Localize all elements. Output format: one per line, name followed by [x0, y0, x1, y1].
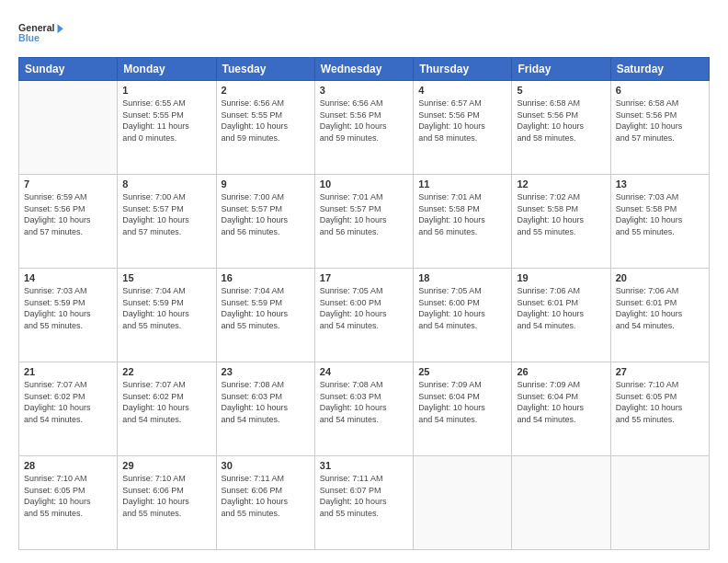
- calendar-cell: 26Sunrise: 7:09 AM Sunset: 6:04 PM Dayli…: [512, 362, 610, 456]
- day-number: 31: [320, 460, 408, 471]
- calendar-cell: 19Sunrise: 7:06 AM Sunset: 6:01 PM Dayli…: [512, 269, 610, 362]
- day-info: Sunrise: 6:59 AM Sunset: 5:56 PM Dayligh…: [24, 191, 112, 237]
- calendar-cell: 4Sunrise: 6:57 AM Sunset: 5:56 PM Daylig…: [414, 81, 512, 175]
- calendar-cell: 15Sunrise: 7:04 AM Sunset: 5:59 PM Dayli…: [118, 269, 216, 362]
- calendar-cell: 10Sunrise: 7:01 AM Sunset: 5:57 PM Dayli…: [314, 175, 413, 269]
- calendar-cell: 29Sunrise: 7:10 AM Sunset: 6:06 PM Dayli…: [118, 456, 216, 550]
- weekday-header-sunday: Sunday: [19, 58, 118, 81]
- day-number: 30: [222, 460, 310, 471]
- calendar-cell: 18Sunrise: 7:05 AM Sunset: 6:00 PM Dayli…: [414, 269, 512, 362]
- day-info: Sunrise: 6:56 AM Sunset: 5:56 PM Dayligh…: [320, 98, 408, 144]
- day-number: 17: [320, 272, 408, 283]
- calendar-cell: 9Sunrise: 7:00 AM Sunset: 5:57 PM Daylig…: [216, 175, 314, 269]
- logo-svg: General Blue: [18, 17, 64, 48]
- week-row-3: 14Sunrise: 7:03 AM Sunset: 5:59 PM Dayli…: [19, 269, 710, 362]
- day-number: 8: [122, 178, 210, 190]
- day-info: Sunrise: 6:58 AM Sunset: 5:56 PM Dayligh…: [517, 98, 605, 144]
- day-info: Sunrise: 7:04 AM Sunset: 5:59 PM Dayligh…: [122, 285, 210, 331]
- day-number: 14: [24, 272, 112, 283]
- day-info: Sunrise: 6:55 AM Sunset: 5:55 PM Dayligh…: [122, 98, 210, 144]
- day-number: 26: [517, 366, 605, 377]
- calendar-cell: 25Sunrise: 7:09 AM Sunset: 6:04 PM Dayli…: [414, 362, 512, 456]
- day-info: Sunrise: 7:00 AM Sunset: 5:57 PM Dayligh…: [122, 191, 210, 237]
- weekday-header-saturday: Saturday: [610, 58, 709, 81]
- day-info: Sunrise: 7:08 AM Sunset: 6:03 PM Dayligh…: [320, 379, 408, 425]
- page: General Blue SundayMondayTuesdayWednesda…: [0, 0, 728, 563]
- day-number: 9: [222, 178, 310, 190]
- weekday-header-tuesday: Tuesday: [216, 58, 314, 81]
- day-number: 20: [616, 272, 704, 283]
- calendar-cell: [19, 81, 118, 175]
- day-info: Sunrise: 7:02 AM Sunset: 5:58 PM Dayligh…: [517, 191, 605, 237]
- day-info: Sunrise: 7:01 AM Sunset: 5:57 PM Dayligh…: [320, 191, 408, 237]
- day-info: Sunrise: 7:09 AM Sunset: 6:04 PM Dayligh…: [418, 379, 506, 425]
- day-info: Sunrise: 7:09 AM Sunset: 6:04 PM Dayligh…: [517, 379, 605, 425]
- day-number: 24: [320, 366, 408, 377]
- day-number: 11: [418, 178, 506, 190]
- day-number: 10: [320, 178, 408, 190]
- day-info: Sunrise: 7:06 AM Sunset: 6:01 PM Dayligh…: [517, 285, 605, 331]
- calendar-cell: [414, 456, 512, 550]
- calendar-cell: 12Sunrise: 7:02 AM Sunset: 5:58 PM Dayli…: [512, 175, 610, 269]
- day-number: 16: [222, 272, 310, 283]
- day-number: 12: [517, 178, 605, 190]
- calendar-cell: 22Sunrise: 7:07 AM Sunset: 6:02 PM Dayli…: [118, 362, 216, 456]
- logo: General Blue: [18, 17, 64, 48]
- calendar-cell: 5Sunrise: 6:58 AM Sunset: 5:56 PM Daylig…: [512, 81, 610, 175]
- day-info: Sunrise: 7:10 AM Sunset: 6:06 PM Dayligh…: [122, 473, 210, 519]
- day-info: Sunrise: 7:05 AM Sunset: 6:00 PM Dayligh…: [418, 285, 506, 331]
- svg-text:General: General: [18, 22, 55, 33]
- calendar-cell: 31Sunrise: 7:11 AM Sunset: 6:07 PM Dayli…: [314, 456, 413, 550]
- calendar-cell: 23Sunrise: 7:08 AM Sunset: 6:03 PM Dayli…: [216, 362, 314, 456]
- calendar-cell: 24Sunrise: 7:08 AM Sunset: 6:03 PM Dayli…: [314, 362, 413, 456]
- day-number: 29: [122, 460, 210, 471]
- day-info: Sunrise: 7:11 AM Sunset: 6:07 PM Dayligh…: [320, 473, 408, 519]
- svg-marker-2: [58, 24, 63, 33]
- calendar-cell: 30Sunrise: 7:11 AM Sunset: 6:06 PM Dayli…: [216, 456, 314, 550]
- calendar-cell: 11Sunrise: 7:01 AM Sunset: 5:58 PM Dayli…: [414, 175, 512, 269]
- day-number: 6: [616, 85, 704, 96]
- weekday-header-wednesday: Wednesday: [314, 58, 413, 81]
- calendar-header: SundayMondayTuesdayWednesdayThursdayFrid…: [19, 58, 710, 81]
- calendar-cell: 16Sunrise: 7:04 AM Sunset: 5:59 PM Dayli…: [216, 269, 314, 362]
- calendar-cell: 6Sunrise: 6:58 AM Sunset: 5:56 PM Daylig…: [610, 81, 709, 175]
- calendar-cell: [512, 456, 610, 550]
- day-number: 18: [418, 272, 506, 283]
- day-info: Sunrise: 7:04 AM Sunset: 5:59 PM Dayligh…: [222, 285, 310, 331]
- svg-text:Blue: Blue: [18, 32, 40, 43]
- calendar-table: SundayMondayTuesdayWednesdayThursdayFrid…: [18, 57, 710, 550]
- calendar-cell: 27Sunrise: 7:10 AM Sunset: 6:05 PM Dayli…: [610, 362, 709, 456]
- day-number: 1: [122, 85, 210, 96]
- week-row-5: 28Sunrise: 7:10 AM Sunset: 6:05 PM Dayli…: [19, 456, 710, 550]
- week-row-1: 1Sunrise: 6:55 AM Sunset: 5:55 PM Daylig…: [19, 81, 710, 175]
- calendar-cell: [610, 456, 709, 550]
- day-number: 7: [24, 178, 112, 190]
- calendar-cell: 1Sunrise: 6:55 AM Sunset: 5:55 PM Daylig…: [118, 81, 216, 175]
- day-info: Sunrise: 6:56 AM Sunset: 5:55 PM Dayligh…: [222, 98, 310, 144]
- calendar-cell: 2Sunrise: 6:56 AM Sunset: 5:55 PM Daylig…: [216, 81, 314, 175]
- day-info: Sunrise: 7:08 AM Sunset: 6:03 PM Dayligh…: [222, 379, 310, 425]
- day-number: 27: [616, 366, 704, 377]
- day-info: Sunrise: 7:00 AM Sunset: 5:57 PM Dayligh…: [222, 191, 310, 237]
- day-info: Sunrise: 7:03 AM Sunset: 5:58 PM Dayligh…: [616, 191, 704, 237]
- day-number: 28: [24, 460, 112, 471]
- calendar-cell: 20Sunrise: 7:06 AM Sunset: 6:01 PM Dayli…: [610, 269, 709, 362]
- weekday-row: SundayMondayTuesdayWednesdayThursdayFrid…: [19, 58, 710, 81]
- day-number: 5: [517, 85, 605, 96]
- calendar-cell: 28Sunrise: 7:10 AM Sunset: 6:05 PM Dayli…: [19, 456, 118, 550]
- calendar-cell: 13Sunrise: 7:03 AM Sunset: 5:58 PM Dayli…: [610, 175, 709, 269]
- day-info: Sunrise: 7:03 AM Sunset: 5:59 PM Dayligh…: [24, 285, 112, 331]
- day-number: 3: [320, 85, 408, 96]
- week-row-4: 21Sunrise: 7:07 AM Sunset: 6:02 PM Dayli…: [19, 362, 710, 456]
- day-number: 2: [222, 85, 310, 96]
- weekday-header-friday: Friday: [512, 58, 610, 81]
- day-info: Sunrise: 7:10 AM Sunset: 6:05 PM Dayligh…: [616, 379, 704, 425]
- weekday-header-monday: Monday: [118, 58, 216, 81]
- calendar-body: 1Sunrise: 6:55 AM Sunset: 5:55 PM Daylig…: [19, 81, 710, 550]
- day-number: 23: [222, 366, 310, 377]
- day-info: Sunrise: 7:07 AM Sunset: 6:02 PM Dayligh…: [24, 379, 112, 425]
- header: General Blue: [18, 17, 710, 48]
- day-number: 19: [517, 272, 605, 283]
- day-info: Sunrise: 7:10 AM Sunset: 6:05 PM Dayligh…: [24, 473, 112, 519]
- day-info: Sunrise: 6:57 AM Sunset: 5:56 PM Dayligh…: [418, 98, 506, 144]
